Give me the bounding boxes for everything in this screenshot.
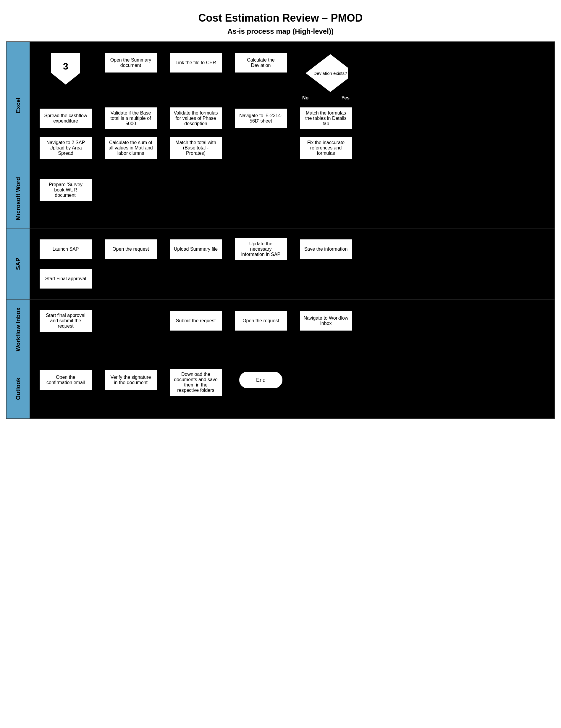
diamond-labels-row: NoYes: [299, 95, 352, 101]
lane-label-excel: Excel: [7, 42, 30, 169]
flowchart-box: Submit the request: [169, 310, 223, 331]
cell-excel-row3-4: Fix the inaccurate references and formul…: [296, 136, 355, 160]
row-sap-row2: Start Final approval: [36, 267, 549, 291]
cell-out-row1-1: Verify the signature in the document: [101, 368, 160, 392]
main-title: Cost Estimation Review – PMOD: [6, 6, 555, 27]
lane-rows-sap: Launch SAPOpen the requestUpload Summary…: [36, 237, 549, 291]
lane-label-text-workflow: Workflow Inbox: [15, 307, 22, 352]
flowchart-box: Navigate to 'E-2314-56D' sheet: [234, 108, 287, 129]
lane-workflow: Workflow InboxStart final approval and s…: [7, 300, 554, 359]
flowchart-box: Open the request: [234, 310, 287, 331]
row-sap-row1: Launch SAPOpen the requestUpload Summary…: [36, 237, 549, 261]
flowchart-box: Validate if the Base total is a multiple…: [104, 107, 157, 130]
flowchart-box: Prepare 'Survey book WUR document': [39, 178, 92, 202]
no-label: No: [302, 95, 308, 101]
lane-sap: SAPLaunch SAPOpen the requestUpload Summ…: [7, 228, 554, 300]
cell-excel-row3-0: Navigate to 2 SAP Upload by Area Spread: [36, 136, 95, 160]
flowchart-box: Open the Summary document: [104, 52, 157, 73]
cell-sap-row1-2: Upload Summary file: [166, 237, 225, 261]
lane-excel: Excel3Open the Summary documentLink the …: [7, 42, 554, 169]
row-excel-row1: 3Open the Summary documentLink the file …: [36, 51, 549, 101]
cell-out-row1-4: [296, 368, 355, 389]
lane-rows-ms-word: Prepare 'Survey book WUR document': [36, 178, 549, 202]
lane-label-text-sap: SAP: [15, 258, 22, 270]
row-excel-row3: Navigate to 2 SAP Upload by Area SpreadC…: [36, 136, 549, 160]
cell-excel-row1-4: Deviation exists?NoYes: [296, 51, 355, 101]
diamond-icon: Deviation exists?: [304, 52, 348, 94]
cell-sap-row1-4: Save the information: [296, 237, 355, 261]
flowchart-box: Match the total with (Base total - Prora…: [169, 136, 223, 160]
cell-sap-row2-3: [231, 267, 290, 288]
flowchart-box: Calculate the sum of all values in Matl …: [104, 136, 157, 160]
flowchart-box: Update the necessary information in SAP: [234, 238, 287, 261]
page-wrapper: Cost Estimation Review – PMOD As-is proc…: [0, 0, 561, 425]
lane-content-workflow: Start final approval and submit the requ…: [30, 300, 554, 359]
flowchart-box: Start Final approval: [39, 268, 92, 289]
flowchart-shield-wrapper: 3: [49, 51, 82, 86]
flowchart-box: Launch SAP: [39, 239, 92, 260]
cell-sap-row2-2: [166, 267, 225, 288]
cell-out-row1-2: Download the documents and save them in …: [166, 368, 225, 397]
cell-word-row1-2: [166, 178, 225, 199]
row-wf-row1: Start final approval and submit the requ…: [36, 309, 549, 333]
lane-rows-workflow: Start final approval and submit the requ…: [36, 309, 549, 333]
flowchart-box: Calculate the Deviation: [234, 52, 287, 73]
cell-wf-row1-1: [101, 309, 160, 330]
cell-excel-row3-1: Calculate the sum of all values in Matl …: [101, 136, 160, 160]
cell-sap-row2-1: [101, 267, 160, 288]
cell-wf-row1-2: Submit the request: [166, 309, 225, 333]
row-word-row1: Prepare 'Survey book WUR document': [36, 178, 549, 202]
lane-label-workflow: Workflow Inbox: [7, 300, 30, 359]
cell-word-row1-0: Prepare 'Survey book WUR document': [36, 178, 95, 202]
lane-rows-outlook: Open the confirmation emailVerify the si…: [36, 368, 549, 397]
cell-sap-row2-0: Start Final approval: [36, 267, 95, 291]
flowchart-box: Start final approval and submit the requ…: [39, 309, 92, 332]
cell-sap-row2-4: [296, 267, 355, 288]
cell-wf-row1-0: Start final approval and submit the requ…: [36, 309, 95, 333]
cell-wf-row1-4: Navigate to Workflow Inbox: [296, 309, 355, 333]
diagram-container: Excel3Open the Summary documentLink the …: [6, 41, 555, 419]
cell-excel-row1-1: Open the Summary document: [101, 51, 160, 75]
flowchart-box: Link the file to CER: [169, 52, 223, 73]
flowchart-box: Spread the cashflow expenditure: [39, 108, 92, 129]
cell-out-row1-0: Open the confirmation email: [36, 368, 95, 392]
cell-excel-row1-0: 3: [36, 51, 95, 86]
flowchart-box: Navigate to Workflow Inbox: [299, 310, 352, 331]
swim-lanes: Excel3Open the Summary documentLink the …: [7, 42, 554, 418]
flowchart-box: Fix the inaccurate references and formul…: [299, 136, 352, 160]
cell-out-row1-3: End: [231, 368, 290, 392]
cell-sap-row1-3: Update the necessary information in SAP: [231, 237, 290, 261]
svg-text:3: 3: [63, 61, 68, 72]
lane-label-outlook: Outlook: [7, 359, 30, 418]
lane-content-outlook: Open the confirmation emailVerify the si…: [30, 359, 554, 418]
flowchart-box: Verify the signature in the document: [104, 370, 157, 390]
flowchart-box: Save the information: [299, 239, 352, 260]
cell-excel-row2-0: Spread the cashflow expenditure: [36, 107, 95, 130]
lane-label-text-ms-word: Microsoft Word: [15, 177, 22, 220]
lane-content-excel: 3Open the Summary documentLink the file …: [30, 42, 554, 169]
flowchart-oval: End: [239, 371, 283, 389]
shield-icon: 3: [49, 51, 82, 86]
cell-excel-row2-4: Match the formulas the tables in Details…: [296, 107, 355, 130]
yes-label: Yes: [341, 95, 349, 101]
cell-sap-row1-0: Launch SAP: [36, 237, 95, 261]
subtitle: As-is process map (High-level)): [6, 27, 555, 41]
lane-ms-word: Microsoft WordPrepare 'Survey book WUR d…: [7, 169, 554, 228]
cell-excel-row1-3: Calculate the Deviation: [231, 51, 290, 75]
flowchart-box: Download the documents and save them in …: [169, 368, 223, 397]
flowchart-diamond-wrapper: Deviation exists?NoYes: [299, 51, 352, 101]
lane-label-text-outlook: Outlook: [15, 378, 22, 400]
cell-word-row1-1: [101, 178, 160, 199]
flowchart-box: Match the formulas the tables in Details…: [299, 107, 352, 130]
flowchart-box: Validate the formulas for values of Phas…: [169, 107, 223, 130]
cell-excel-row3-2: Match the total with (Base total - Prora…: [166, 136, 225, 160]
cell-sap-row1-1: Open the request: [101, 237, 160, 261]
cell-excel-row3-3: [231, 136, 290, 157]
lane-rows-excel: 3Open the Summary documentLink the file …: [36, 51, 549, 160]
lane-label-sap: SAP: [7, 228, 30, 299]
flowchart-box: Open the confirmation email: [39, 370, 92, 390]
flowchart-box: Navigate to 2 SAP Upload by Area Spread: [39, 136, 92, 160]
cell-word-row1-4: [296, 178, 355, 199]
flowchart-box: Open the request: [104, 239, 157, 260]
cell-excel-row2-1: Validate if the Base total is a multiple…: [101, 107, 160, 130]
